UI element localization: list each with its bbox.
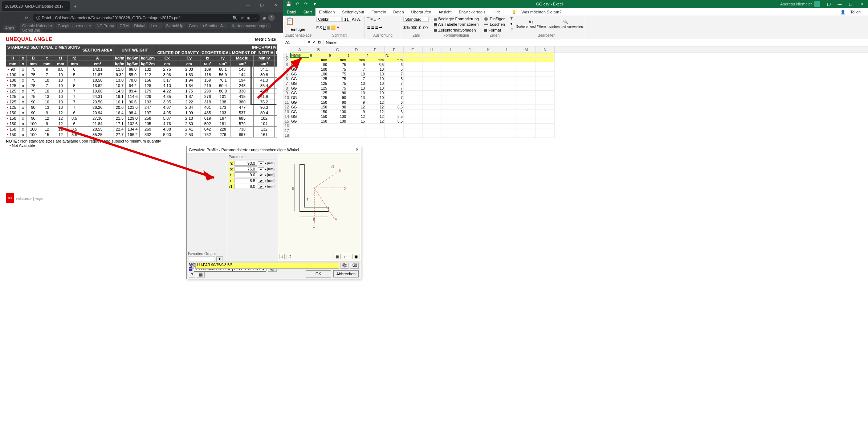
cell[interactable]: 100 (309, 67, 328, 72)
cell[interactable]: 8,5 (385, 105, 404, 110)
cell[interactable] (536, 114, 555, 119)
cell[interactable] (536, 91, 555, 95)
param-step-icon[interactable]: ▸ (265, 173, 266, 177)
cell[interactable]: 12 (366, 100, 385, 105)
col-header[interactable]: K (479, 46, 498, 53)
cell[interactable] (460, 119, 479, 124)
cell[interactable]: GG L90x75x9 (290, 62, 309, 67)
clear-icon[interactable]: ◇ (510, 26, 513, 31)
cell[interactable]: GG L150x100x9 (290, 110, 309, 114)
share-button[interactable]: 👤 Teilen (837, 8, 868, 16)
cell[interactable] (498, 95, 517, 100)
user-avatar-icon[interactable] (814, 1, 820, 7)
cell[interactable] (498, 81, 517, 86)
param-step-icon[interactable]: ▸ (265, 185, 266, 188)
autosum-icon[interactable]: Σ (510, 17, 513, 21)
row-header[interactable]: 4 (283, 67, 290, 72)
cell[interactable] (479, 114, 498, 119)
print-icon[interactable]: 🖨 (286, 254, 293, 259)
cell[interactable] (479, 86, 498, 91)
cell[interactable] (479, 133, 498, 138)
row-header[interactable]: 1 (283, 53, 290, 58)
qa-undo-icon[interactable]: ↶ (293, 1, 301, 7)
cell[interactable]: 8,5 (366, 62, 385, 67)
cell[interactable] (347, 128, 366, 133)
cell[interactable] (517, 81, 536, 86)
cell[interactable] (536, 133, 555, 138)
bookmark-item[interactable]: Google Übersetzer (56, 23, 93, 29)
ribbon-tab-formulas[interactable]: Formeln (368, 8, 390, 16)
cell[interactable] (498, 128, 517, 133)
cell[interactable] (460, 128, 479, 133)
ribbon-tab-file[interactable]: Datei (283, 8, 300, 16)
new-tab-button[interactable]: ＋ (72, 4, 79, 9)
cell[interactable] (498, 100, 517, 105)
bookmark-item[interactable]: Dlukal (132, 23, 148, 29)
cell[interactable]: 125 (309, 95, 328, 100)
cell[interactable] (460, 53, 479, 58)
col-header[interactable]: A (290, 46, 309, 53)
comma-icon[interactable]: 000 (411, 25, 417, 30)
cell[interactable] (460, 100, 479, 105)
excel-close-button[interactable]: ✕ (856, 2, 867, 7)
row-header[interactable]: 8 (283, 86, 290, 91)
cell[interactable] (479, 67, 498, 72)
cell[interactable]: 100 (328, 119, 347, 124)
cell[interactable] (423, 58, 441, 62)
cell[interactable]: 75 (328, 81, 347, 86)
cell[interactable]: h (309, 53, 328, 58)
cell[interactable] (441, 53, 460, 58)
cell[interactable] (441, 114, 460, 119)
col-header[interactable]: F (385, 46, 404, 53)
name-box[interactable]: A1 (283, 40, 305, 45)
cell[interactable]: 9 (347, 110, 366, 114)
cell[interactable] (404, 91, 423, 95)
cell[interactable] (479, 53, 498, 58)
cell[interactable] (404, 58, 423, 62)
font-shrink-icon[interactable]: A↓ (357, 17, 362, 21)
col-header[interactable]: E (366, 46, 385, 53)
cell[interactable] (290, 58, 309, 62)
param-input[interactable]: 90.0 (235, 161, 257, 166)
cell[interactable] (498, 72, 517, 77)
nav-back-button[interactable]: ← (2, 16, 10, 20)
cond-format-button[interactable]: ▦ Bedingte Formatierung (433, 17, 479, 21)
param-spinner[interactable]: ▴▾ (258, 167, 264, 171)
cell[interactable]: 125 (309, 86, 328, 91)
cell[interactable] (347, 124, 366, 128)
excel-grid[interactable]: ABCDEFGHIJKLMN 1234567891011121314151617… (283, 46, 868, 138)
address-bar[interactable]: ⓘ Datei | C:/Users/NiemeierA/Downloads/2… (33, 14, 260, 22)
cell[interactable] (536, 110, 555, 114)
row-header[interactable]: 3 (283, 62, 290, 67)
cell[interactable] (441, 62, 460, 67)
grid-icon[interactable]: ▦ (334, 254, 341, 259)
cell[interactable] (536, 100, 555, 105)
cell[interactable] (385, 128, 404, 133)
cell[interactable] (517, 133, 536, 138)
cell[interactable] (460, 91, 479, 95)
cell[interactable]: 12 (366, 105, 385, 110)
cell[interactable]: 13 (347, 86, 366, 91)
cell[interactable]: 8,5 (385, 119, 404, 124)
units-icon[interactable]: ▦ (197, 272, 205, 277)
kebab-menu-icon[interactable]: ⋮ (277, 16, 281, 20)
cell[interactable]: mm (366, 58, 385, 62)
qa-redo-icon[interactable]: ↷ (302, 1, 310, 7)
cell[interactable] (404, 67, 423, 72)
bookmark-item[interactable]: Lex... (148, 23, 163, 29)
cell[interactable]: r (366, 53, 385, 58)
cell[interactable] (441, 72, 460, 77)
cell[interactable]: r1 (385, 53, 404, 58)
param-spinner[interactable]: ▴▾ (258, 179, 264, 183)
cell[interactable] (404, 77, 423, 81)
cell[interactable] (460, 67, 479, 72)
extension-icon[interactable]: ◉ (262, 16, 266, 20)
cell[interactable] (404, 114, 423, 119)
cell[interactable] (536, 119, 555, 124)
cell[interactable] (385, 133, 404, 138)
bookmark-item[interactable]: CRM (117, 23, 131, 29)
cell[interactable]: 150 (309, 100, 328, 105)
dec-inc-icon[interactable]: .0 (418, 25, 421, 30)
zoom-icon[interactable]: 🔍 (232, 16, 237, 20)
cell[interactable]: GG L125x75x7 (290, 77, 309, 81)
